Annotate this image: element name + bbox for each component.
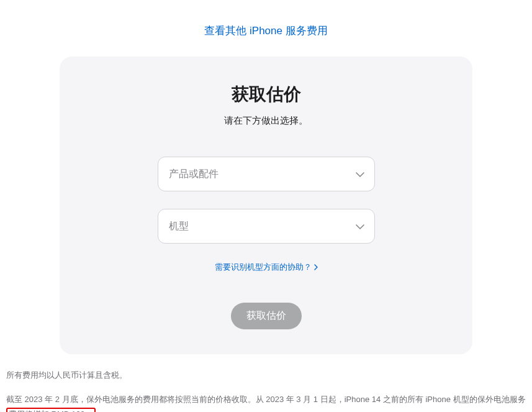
product-select-wrapper: 产品或配件 [158,157,375,191]
identify-model-help-link[interactable]: 需要识别机型方面的协助？ [215,262,318,273]
card-title: 获取估价 [84,83,448,106]
model-select-placeholder: 机型 [169,220,189,233]
top-link-wrapper: 查看其他 iPhone 服务费用 [0,0,532,57]
product-select-placeholder: 产品或配件 [169,168,219,181]
price-increase-highlight: 费用将增加 RMB 169。 [6,408,96,412]
chevron-right-icon [314,263,318,272]
card-subtitle: 请在下方做出选择。 [84,115,448,127]
model-select[interactable]: 机型 [158,209,375,244]
get-estimate-button[interactable]: 获取估价 [231,303,302,329]
help-link-text: 需要识别机型方面的协助？ [215,262,312,273]
submit-wrapper: 获取估价 [84,303,448,329]
footnote-line-2: 截至 2023 年 2 月底，保外电池服务的费用都将按照当前的价格收取。从 20… [6,392,526,412]
product-select[interactable]: 产品或配件 [158,157,375,191]
other-services-link[interactable]: 查看其他 iPhone 服务费用 [204,25,327,37]
footnote-line-2-pre: 截至 2023 年 2 月底，保外电池服务的费用都将按照当前的价格收取。从 20… [6,395,526,404]
model-select-wrapper: 机型 [158,209,375,244]
footnote-line-1: 所有费用均以人民币计算且含税。 [6,368,526,383]
footnote-section: 所有费用均以人民币计算且含税。 截至 2023 年 2 月底，保外电池服务的费用… [0,354,532,412]
estimate-card: 获取估价 请在下方做出选择。 产品或配件 机型 需要识别机型方面的协助？ 获取估… [60,57,472,354]
